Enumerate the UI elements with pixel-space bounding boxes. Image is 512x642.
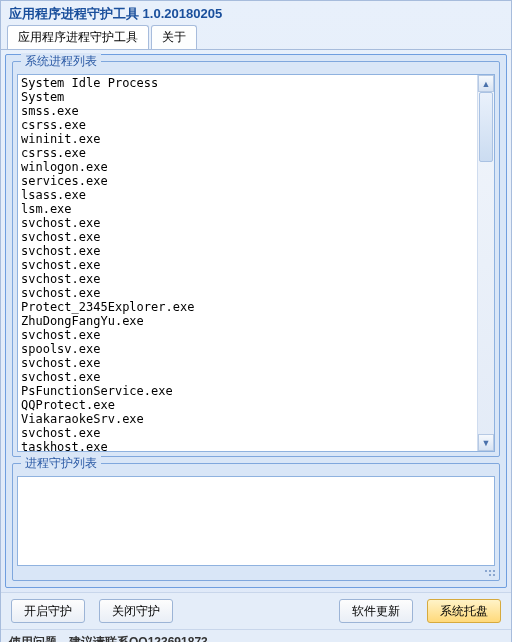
client-area: 系统进程列表 System Idle Process System smss.e…	[5, 54, 507, 588]
group-system-processes: 系统进程列表 System Idle Process System smss.e…	[12, 61, 500, 457]
guard-list-content[interactable]	[18, 477, 494, 565]
app-window: 应用程序进程守护工具 1.0.20180205 应用程序进程守护工具 关于 系统…	[0, 0, 512, 642]
status-prefix: 使用问题，建议请联系	[9, 635, 129, 642]
title-bar[interactable]: 应用程序进程守护工具 1.0.20180205	[1, 1, 511, 25]
button-bar: 开启守护 关闭守护 软件更新 系统托盘	[1, 592, 511, 629]
scroll-down-icon[interactable]: ▼	[478, 434, 494, 451]
group-guard-list-title: 进程守护列表	[21, 455, 101, 472]
resize-grip-icon[interactable]	[483, 568, 497, 578]
tab-strip: 应用程序进程守护工具 关于	[1, 25, 511, 50]
scroll-up-icon[interactable]: ▲	[478, 75, 494, 92]
stop-guard-button[interactable]: 关闭守护	[99, 599, 173, 623]
process-list-scrollbar[interactable]: ▲ ▼	[477, 75, 494, 451]
group-guard-list: 进程守护列表	[12, 463, 500, 581]
process-list-content[interactable]: System Idle Process System smss.exe csrs…	[18, 75, 477, 451]
guard-listbox[interactable]	[17, 476, 495, 566]
scroll-thumb[interactable]	[479, 92, 493, 162]
status-bar: 使用问题，建议请联系QQ123691873	[1, 629, 511, 642]
process-listbox[interactable]: System Idle Process System smss.exe csrs…	[17, 74, 495, 452]
window-title: 应用程序进程守护工具 1.0.20180205	[9, 6, 222, 21]
tab-main[interactable]: 应用程序进程守护工具	[7, 25, 149, 49]
group-system-processes-title: 系统进程列表	[21, 53, 101, 70]
start-guard-button[interactable]: 开启守护	[11, 599, 85, 623]
software-update-button[interactable]: 软件更新	[339, 599, 413, 623]
tab-about[interactable]: 关于	[151, 25, 197, 49]
status-contact: QQ123691873	[129, 635, 208, 642]
system-tray-button[interactable]: 系统托盘	[427, 599, 501, 623]
